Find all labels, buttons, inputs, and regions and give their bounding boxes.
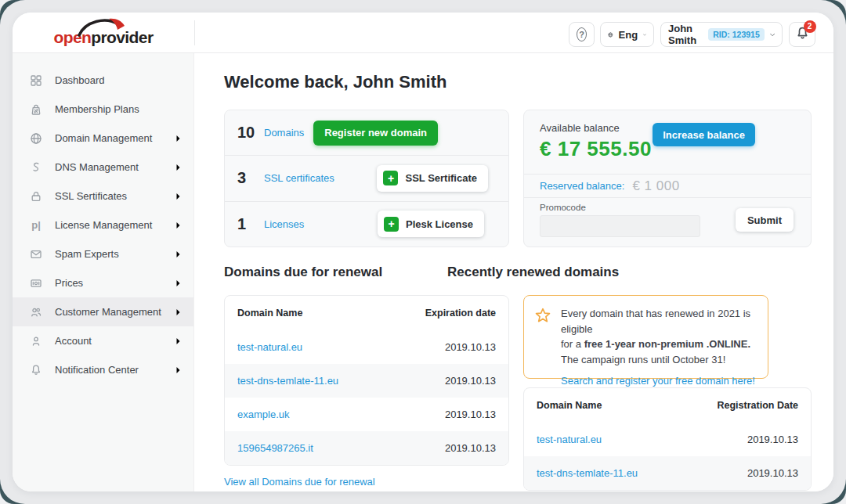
desktop-backdrop: openprovider ? Eng John Smith RID: 12391… [0,0,846,504]
promocode-input[interactable] [540,215,700,237]
dns-curve-icon [30,161,42,174]
add-ssl-sertificate-button[interactable]: + SSL Sertificate [377,165,488,192]
plus-icon: + [384,217,399,232]
sidebar-item-customer-management[interactable]: Customer Management [13,297,193,326]
chevron-right-icon [175,218,181,232]
mail-icon [30,248,42,261]
app-window: openprovider ? Eng John Smith RID: 12391… [13,13,833,491]
chevron-down-icon [770,32,775,38]
table-row: 159654987265.it 2019.10.13 [225,431,508,465]
lock-icon [30,190,42,203]
notifications-button[interactable]: 2 [789,22,815,47]
page-title: Welcome back, John Smith [224,72,446,92]
chevron-right-icon [175,276,181,290]
register-new-domain-button[interactable]: Register new domain [313,121,438,146]
bell-icon [30,364,42,376]
globe-icon [608,28,613,41]
sidebar-item-membership-plans[interactable]: Membership Plans [13,95,193,124]
notification-count-badge: 2 [804,20,816,33]
table-header-row: Domain Name Expiration date [225,296,508,330]
language-label: Eng [619,29,638,41]
domain-link[interactable]: test-dns-temlate-11.eu [537,467,638,479]
plus-icon: + [383,171,398,185]
recently-renewed-table: Domain Name Registration Date test-natur… [523,387,812,491]
ssl-count: 3 [237,169,264,187]
chevron-right-icon [175,305,181,319]
stats-row-ssl: 3 SSL certificates + SSL Sertificate [225,155,508,200]
chevron-right-icon [175,334,181,348]
logo-swoosh-icon [74,16,136,37]
increase-balance-button[interactable]: Increase balance [653,123,755,146]
sidebar-item-account[interactable]: Account [13,326,193,355]
plesk-license-icon: p| [30,219,42,232]
balance-card: Available balance € 17 555.50 Increase b… [523,110,812,247]
help-icon: ? [577,27,587,41]
reserved-balance-value: € 1 000 [632,178,679,194]
sidebar-item-dns-management[interactable]: DNS Management [13,153,193,182]
domain-link[interactable]: test-natural.eu [537,434,602,445]
promo-text: Every domain that has renewed in 2021 is… [561,306,757,378]
domain-link[interactable]: example.uk [237,409,289,420]
person-icon [30,335,42,347]
table-row: test-dns-temlate-11.eu 2019.10.13 [524,456,811,490]
stats-row-domains: 10 Domains Register new domain [225,110,508,155]
licenses-count: 1 [237,215,264,233]
domain-link[interactable]: 159654987265.it [237,442,313,454]
promocode-section: Promocode Submit [524,198,811,237]
renewed-section-title: Recently renewed domains [447,265,619,280]
dashboard-grid-icon [30,74,42,87]
licenses-link[interactable]: Licenses [264,218,304,230]
sidebar-item-ssl-sertificates[interactable]: SSL Sertificates [13,182,193,211]
language-selector[interactable]: Eng [600,22,654,47]
globe-icon [30,132,42,145]
view-all-renewals-link[interactable]: View all Domains due for renewal [224,476,375,488]
user-name: John Smith [668,23,703,46]
sidebar-item-license-management[interactable]: p| License Management [13,211,193,239]
domains-due-renewal-table: Domain Name Expiration date test-natural… [224,295,509,466]
chevron-right-icon [175,247,181,261]
membership-bag-icon [30,103,42,116]
chevron-right-icon [175,363,181,377]
help-button[interactable]: ? [569,22,595,47]
chevron-right-icon [175,131,181,146]
customers-icon [30,306,42,319]
chevron-right-icon [175,189,181,203]
available-balance-section: Available balance € 17 555.50 Increase b… [524,110,811,175]
online-promo-banner: Every domain that has renewed in 2021 is… [523,295,768,379]
reserved-balance-section: Reserved balance: € 1 000 [524,175,811,198]
chevron-down-icon [643,32,646,38]
logo[interactable]: openprovider [13,13,194,53]
promocode-submit-button[interactable]: Submit [736,208,794,232]
stats-row-licenses: 1 Licenses + Plesk License [225,201,508,247]
star-icon [535,306,551,378]
table-row: test-dns-temlate-11.eu 2019.10.13 [225,364,508,398]
renewal-section-title: Domains due for renewal [224,265,382,280]
main-content: Welcome back, John Smith 10 Domains Regi… [194,53,833,491]
table-row: test-natural.eu 2019.10.13 [225,330,508,364]
domain-link[interactable]: test-natural.eu [237,341,302,353]
price-card-icon [30,277,42,290]
table-row: example.uk 2019.10.13 [225,398,508,431]
sidebar: Dashboard Membership Plans Domain Manage… [13,53,194,491]
sidebar-item-spam-experts[interactable]: Spam Experts [13,239,193,268]
header-divider [194,20,195,45]
user-menu[interactable]: John Smith RID: 123915 [660,22,783,47]
rid-badge: RID: 123915 [708,28,765,41]
add-plesk-license-button[interactable]: + Plesk License [378,211,484,237]
sidebar-item-domain-management[interactable]: Domain Management [13,124,193,153]
table-row: test-natural.eu 2019.10.13 [524,423,811,456]
ssl-certificates-link[interactable]: SSL certificates [264,172,334,184]
domain-link[interactable]: test-dns-temlate-11.eu [237,375,338,387]
table-header-row: Domain Name Registration Date [524,388,811,423]
chevron-right-icon [175,160,181,175]
domains-link[interactable]: Domains [264,127,304,139]
sidebar-item-prices[interactable]: Prices [13,268,193,297]
account-stats-card: 10 Domains Register new domain 3 SSL cer… [224,110,509,247]
sidebar-item-dashboard[interactable]: Dashboard [13,66,193,95]
reserved-balance-label: Reserved balance: [540,180,624,192]
sidebar-item-notification-center[interactable]: Notification Center [13,355,193,384]
domains-count: 10 [237,124,264,142]
top-bar: openprovider ? Eng John Smith RID: 12391… [13,13,833,53]
